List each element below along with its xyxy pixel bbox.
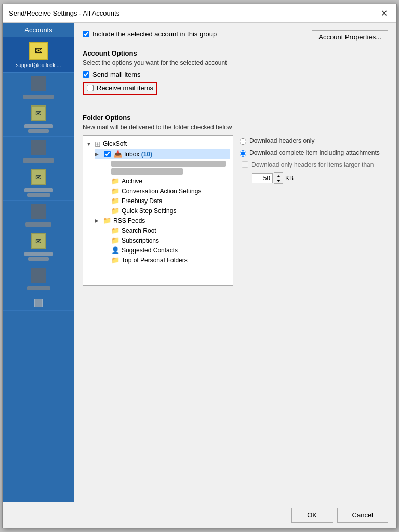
- tree-item-inbox[interactable]: ▶ 📥 Inbox (10): [95, 149, 230, 159]
- close-button[interactable]: ✕: [378, 7, 390, 20]
- kb-label: KB: [285, 175, 294, 182]
- sidebar-item-account-7[interactable]: ✉: [3, 230, 74, 264]
- tree-suggested-contacts-label: Suggested Contacts: [122, 247, 178, 254]
- tree-item-rss[interactable]: ▶ 📁 RSS Feeds: [95, 216, 230, 225]
- tree-item-freebusy[interactable]: 📁 Freebusy Data: [103, 196, 230, 206]
- tree-searchroot-label: Search Root: [122, 227, 156, 234]
- inbox-icon: 📥: [114, 150, 122, 158]
- searchroot-icon: 📁: [111, 227, 119, 234]
- spinner-buttons: ▲ ▼: [274, 172, 283, 184]
- download-larger-checkbox[interactable]: [242, 161, 248, 168]
- tree-item-subscriptions[interactable]: 📁 Subscriptions: [103, 235, 230, 245]
- include-label: Include the selected account in this gro…: [92, 30, 217, 38]
- include-group: Include the selected account in this gro…: [83, 30, 217, 38]
- account-icon-1: ✉: [29, 42, 48, 60]
- sidebar-item-account-4[interactable]: [3, 137, 74, 166]
- folder-options-section: Folder Options New mail will be delivere…: [83, 114, 388, 286]
- download-larger-label: Download only headers for items larger t…: [251, 161, 374, 168]
- subscriptions-icon: 📁: [111, 236, 119, 244]
- account-icon-5: ✉: [31, 169, 46, 185]
- top-personal-icon: 📁: [111, 256, 119, 264]
- conversation-icon: 📁: [111, 187, 119, 195]
- tree-item-suggested-contacts[interactable]: 👤 Suggested Contacts: [103, 245, 230, 255]
- tree-item-searchroot[interactable]: 📁 Search Root: [103, 225, 230, 235]
- blurred-row-1: [111, 161, 226, 167]
- blurred-row-2: [111, 168, 183, 175]
- title-bar: Send/Receive Settings - All Accounts ✕: [3, 4, 396, 23]
- sidebar-item-account-1[interactable]: ✉ support@outlookt...: [3, 37, 74, 73]
- grid-icon: ⊞: [95, 140, 101, 148]
- tree-quickstep-label: Quick Step Settings: [122, 207, 176, 215]
- tree-item-conversation[interactable]: 📁 Conversation Action Settings: [103, 186, 230, 196]
- account-icon-8: [31, 268, 46, 283]
- download-complete-radio[interactable]: [240, 150, 246, 157]
- folder-tree[interactable]: ▼ ⊞ GlexSoft ▶ 📥 Inbox (10): [83, 135, 233, 286]
- account-options-section: Account Options Select the options you w…: [83, 49, 388, 95]
- account-icon-4: [31, 140, 46, 155]
- spinner-down-button[interactable]: ▼: [274, 178, 283, 183]
- tree-item-quickstep[interactable]: 📁 Quick Step Settings: [103, 206, 230, 216]
- receive-mail-checkbox[interactable]: [87, 85, 94, 91]
- send-mail-label: Send mail items: [92, 71, 140, 78]
- dialog: Send/Receive Settings - All Accounts ✕ A…: [2, 4, 397, 528]
- tree-glexsoft-label: GlexSoft: [103, 140, 127, 148]
- account-icon-3: ✉: [31, 105, 46, 121]
- chevron-inbox-icon: ▶: [95, 151, 101, 157]
- folder-panel: ▼ ⊞ GlexSoft ▶ 📥 Inbox (10): [83, 135, 388, 286]
- sidebar-item-account-5[interactable]: ✉: [3, 166, 74, 201]
- kb-row: ▲ ▼ KB: [252, 172, 388, 184]
- sidebar-item-account-3[interactable]: ✉: [3, 102, 74, 137]
- rss-icon: 📁: [103, 217, 111, 224]
- tree-item-glexsoft[interactable]: ▼ ⊞ GlexSoft: [86, 139, 230, 149]
- sidebar-item-account-6[interactable]: [3, 201, 74, 230]
- cancel-button[interactable]: Cancel: [337, 508, 388, 523]
- account-options-subtitle: Select the options you want for the sele…: [83, 59, 388, 66]
- inbox-checkbox[interactable]: [104, 151, 111, 157]
- quickstep-icon: 📁: [111, 207, 119, 215]
- contacts-icon: 👤: [111, 246, 119, 254]
- account-properties-button[interactable]: Account Properties...: [312, 30, 388, 44]
- kb-spinner: ▲ ▼: [252, 172, 283, 184]
- account-icon-7: ✉: [31, 233, 46, 249]
- receive-mail-label: Receive mail items: [97, 84, 153, 92]
- ok-button[interactable]: OK: [291, 508, 333, 523]
- main-content: Include the selected account in this gro…: [74, 23, 396, 502]
- account-icon-6: [31, 204, 46, 219]
- sidebar-header: Accounts: [3, 23, 74, 37]
- sidebar: Accounts ✉ support@outlookt... ✉ ✉: [3, 23, 74, 502]
- tree-conversation-label: Conversation Action Settings: [122, 188, 201, 195]
- folder-options-title: Folder Options: [83, 114, 388, 122]
- spinner-up-button[interactable]: ▲: [274, 173, 283, 178]
- chevron-rss-icon: ▶: [95, 218, 101, 223]
- archive-icon: 📁: [111, 177, 119, 185]
- tree-item-top-personal[interactable]: 📁 Top of Personal Folders: [103, 255, 230, 265]
- sidebar-item-account-8[interactable]: [3, 264, 74, 311]
- inbox-count: (10): [141, 151, 152, 158]
- divider-1: [83, 104, 388, 104]
- dialog-body: Accounts ✉ support@outlookt... ✉ ✉: [3, 23, 396, 502]
- download-options: Download headers only Download complete …: [240, 135, 388, 184]
- dialog-title: Send/Receive Settings - All Accounts: [9, 9, 119, 17]
- receive-mail-highlighted-row: Receive mail items: [83, 82, 157, 95]
- account-label-1: support@outlookt...: [16, 62, 61, 68]
- send-mail-checkbox[interactable]: [83, 71, 89, 78]
- chevron-glexsoft-icon: ▼: [86, 141, 92, 147]
- account-options-title: Account Options: [83, 49, 388, 57]
- tree-rss-label: RSS Feeds: [113, 217, 145, 224]
- folder-subtitle: New mail will be delivered to the folder…: [83, 124, 388, 131]
- bottom-buttons: OK Cancel: [3, 502, 396, 528]
- top-row: Include the selected account in this gro…: [83, 30, 388, 44]
- tree-item-archive[interactable]: 📁 Archive: [103, 176, 230, 186]
- freebusy-icon: 📁: [111, 197, 119, 205]
- download-complete-label: Download complete item including attachm…: [249, 149, 380, 156]
- tree-subscriptions-label: Subscriptions: [122, 237, 159, 244]
- tree-inbox-label: Inbox (10): [124, 151, 152, 158]
- sidebar-item-account-2[interactable]: [3, 73, 74, 102]
- download-larger-row: Download only headers for items larger t…: [242, 161, 388, 168]
- kb-input[interactable]: [252, 173, 273, 183]
- include-checkbox[interactable]: [83, 31, 89, 37]
- headers-only-radio[interactable]: [240, 138, 246, 145]
- radio-complete-row: Download complete item including attachm…: [240, 149, 388, 157]
- account-icon-2: [31, 76, 46, 91]
- send-mail-row: Send mail items: [83, 71, 388, 78]
